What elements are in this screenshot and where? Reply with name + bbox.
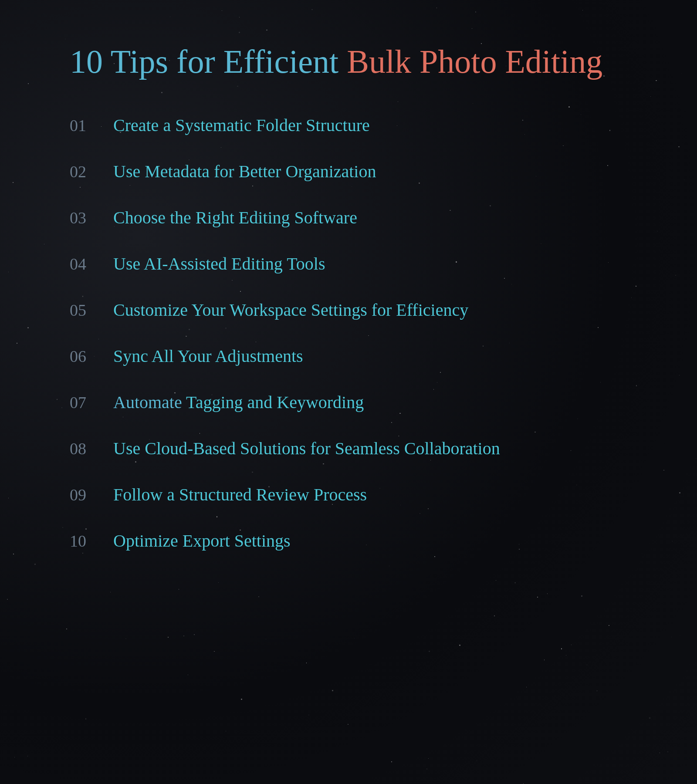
tip-number: 06 [70, 347, 113, 366]
tip-number: 09 [70, 485, 113, 504]
list-item: 01Create a Systematic Folder Structure [70, 115, 627, 136]
list-item: 02Use Metadata for Better Organization [70, 161, 627, 182]
tip-number: 10 [70, 531, 113, 551]
tip-text: Choose the Right Editing Software [113, 207, 357, 228]
list-item: 04Use AI-Assisted Editing Tools [70, 253, 627, 274]
list-item: 05Customize Your Workspace Settings for … [70, 300, 627, 321]
tip-text: Use Metadata for Better Organization [113, 161, 376, 182]
tip-text-automate: Automate [113, 392, 182, 412]
tip-text: Use Cloud-Based Solutions for Seamless C… [113, 438, 500, 459]
tip-number: 01 [70, 116, 113, 135]
list-item: 08Use Cloud-Based Solutions for Seamless… [70, 438, 627, 459]
tip-number: 03 [70, 208, 113, 227]
title-tips: Tips for [111, 43, 223, 80]
main-content: 10 Tips for Efficient Bulk Photo Editing… [0, 0, 697, 620]
tips-list: 01Create a Systematic Folder Structure02… [70, 115, 627, 551]
tip-text: Create a Systematic Folder Structure [113, 115, 370, 136]
tip-text-rest: Tagging and Keywording [182, 392, 364, 412]
tip-text: Optimize Export Settings [113, 531, 291, 551]
page-title: 10 Tips for Efficient Bulk Photo Editing [70, 44, 627, 80]
tip-text: Sync All Your Adjustments [113, 346, 303, 367]
list-item: 06Sync All Your Adjustments [70, 346, 627, 367]
list-item: 03Choose the Right Editing Software [70, 207, 627, 228]
tip-number: 04 [70, 254, 113, 274]
tip-text: Follow a Structured Review Process [113, 484, 367, 505]
tip-text: Customize Your Workspace Settings for Ef… [113, 300, 468, 321]
tip-number: 07 [70, 393, 113, 412]
title-bulk: Bulk [347, 43, 420, 80]
tip-text: Automate Tagging and Keywording [113, 392, 364, 413]
tip-number: 02 [70, 162, 113, 181]
tip-number: 08 [70, 439, 113, 458]
list-item: 07Automate Tagging and Keywording [70, 392, 627, 413]
title-editing: Editing [505, 43, 602, 80]
title-efficient: Efficient [223, 43, 347, 80]
list-item: 09Follow a Structured Review Process [70, 484, 627, 505]
title-number: 10 [70, 43, 111, 80]
list-item: 10Optimize Export Settings [70, 531, 627, 551]
tip-text: Use AI-Assisted Editing Tools [113, 253, 325, 274]
title-photo: Photo [420, 43, 505, 80]
tip-number: 05 [70, 301, 113, 320]
